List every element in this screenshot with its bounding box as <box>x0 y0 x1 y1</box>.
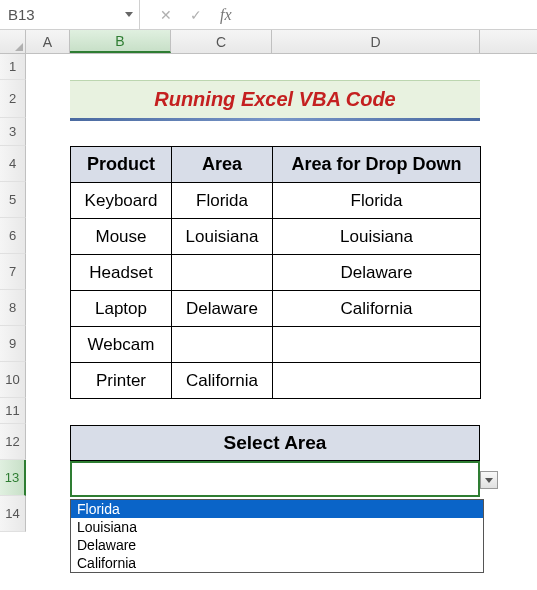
row-header[interactable]: 13 <box>0 460 26 496</box>
table-header-row: Product Area Area for Drop Down <box>71 147 481 183</box>
select-area-cell[interactable]: Florida Louisiana Delaware California <box>70 461 480 497</box>
cell-dropdown[interactable]: Florida <box>273 183 481 219</box>
cell-area[interactable] <box>172 327 273 363</box>
row-header[interactable]: 12 <box>0 424 26 460</box>
table-row: Mouse Louisiana Louisiana <box>71 219 481 255</box>
cell-dropdown[interactable] <box>273 363 481 399</box>
cell-area[interactable]: California <box>172 363 273 399</box>
cell-product[interactable]: Keyboard <box>71 183 172 219</box>
row-header[interactable]: 14 <box>0 496 26 532</box>
row-header[interactable]: 3 <box>0 118 26 146</box>
cell-area[interactable] <box>172 255 273 291</box>
data-table: Product Area Area for Drop Down Keyboard… <box>70 146 481 399</box>
cell-area[interactable]: Louisiana <box>172 219 273 255</box>
page-title: Running Excel VBA Code <box>70 80 480 118</box>
dropdown-list: Florida Louisiana Delaware California <box>70 499 484 573</box>
row-header[interactable]: 9 <box>0 326 26 362</box>
dropdown-button[interactable] <box>480 471 498 489</box>
row-header[interactable]: 10 <box>0 362 26 398</box>
row-header[interactable]: 7 <box>0 254 26 290</box>
cell-area[interactable]: Florida <box>172 183 273 219</box>
dropdown-option[interactable]: Florida <box>71 500 483 518</box>
select-all-corner[interactable] <box>0 30 26 53</box>
col-dropdown[interactable]: Area for Drop Down <box>273 147 481 183</box>
name-box[interactable]: B13 <box>0 0 140 29</box>
col-header-b[interactable]: B <box>70 30 171 53</box>
formula-controls: ✕ ✓ fx <box>140 6 232 24</box>
formula-bar: B13 ✕ ✓ fx <box>0 0 537 30</box>
cell-product[interactable]: Headset <box>71 255 172 291</box>
cell-area[interactable]: Delaware <box>172 291 273 327</box>
col-product[interactable]: Product <box>71 147 172 183</box>
dropdown-option[interactable]: California <box>71 554 483 572</box>
row-header[interactable]: 8 <box>0 290 26 326</box>
cell-product[interactable]: Laptop <box>71 291 172 327</box>
chevron-down-icon[interactable] <box>125 12 133 17</box>
row-header[interactable]: 1 <box>0 54 26 80</box>
confirm-icon: ✓ <box>190 7 202 23</box>
table-row: Printer California <box>71 363 481 399</box>
cancel-icon: ✕ <box>160 7 172 23</box>
cell-reference: B13 <box>8 6 35 23</box>
cell-dropdown[interactable]: Louisiana <box>273 219 481 255</box>
row-headers: 1 2 3 4 5 6 7 8 9 10 11 12 13 14 <box>0 54 26 532</box>
cell-dropdown[interactable] <box>273 327 481 363</box>
dropdown-option[interactable]: Delaware <box>71 536 483 554</box>
row-header[interactable]: 5 <box>0 182 26 218</box>
fx-label[interactable]: fx <box>220 6 232 24</box>
cell-dropdown[interactable]: California <box>273 291 481 327</box>
row-header[interactable]: 6 <box>0 218 26 254</box>
cell-product[interactable]: Printer <box>71 363 172 399</box>
row-header[interactable]: 2 <box>0 80 26 118</box>
col-header-d[interactable]: D <box>272 30 480 53</box>
row-header[interactable]: 4 <box>0 146 26 182</box>
cell-product[interactable]: Mouse <box>71 219 172 255</box>
dropdown-option[interactable]: Louisiana <box>71 518 483 536</box>
col-header-a[interactable]: A <box>26 30 70 53</box>
table-row: Webcam <box>71 327 481 363</box>
table-row: Headset Delaware <box>71 255 481 291</box>
cell-dropdown[interactable]: Delaware <box>273 255 481 291</box>
table-row: Keyboard Florida Florida <box>71 183 481 219</box>
column-headers: A B C D <box>0 30 537 54</box>
col-header-c[interactable]: C <box>171 30 272 53</box>
table-row: Laptop Delaware California <box>71 291 481 327</box>
select-area-header[interactable]: Select Area <box>70 425 480 461</box>
row-header[interactable]: 11 <box>0 398 26 424</box>
cell-product[interactable]: Webcam <box>71 327 172 363</box>
col-area[interactable]: Area <box>172 147 273 183</box>
